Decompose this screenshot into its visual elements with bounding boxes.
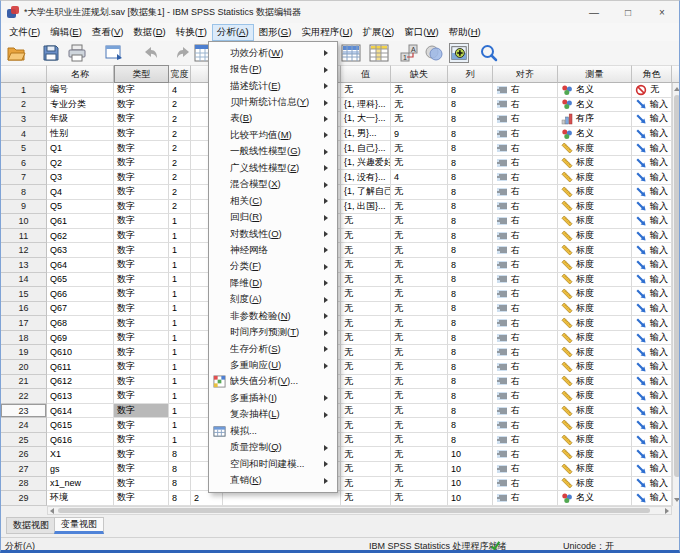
cell-measure[interactable]: 标度	[558, 258, 632, 273]
cell-role[interactable]: 输入	[632, 98, 672, 113]
cell-label[interactable]	[223, 491, 341, 506]
cell-columns[interactable]: 8	[448, 258, 493, 273]
cell-width[interactable]: 2	[169, 156, 191, 171]
cell-type[interactable]: 数字	[114, 316, 169, 331]
cell-role[interactable]: 输入	[632, 200, 672, 215]
header-columns[interactable]: 列	[448, 65, 493, 83]
cell-name[interactable]: Q4	[47, 185, 114, 200]
cell-measure[interactable]: 标度	[558, 273, 632, 288]
cell-width[interactable]: 2	[169, 200, 191, 215]
cell-align[interactable]: 右	[493, 273, 558, 288]
cell-role[interactable]: 输入	[632, 156, 672, 171]
cell-type[interactable]: 数字	[114, 433, 169, 448]
analyze-menu-item[interactable]: 缺失值分析(V)...	[209, 374, 337, 390]
cell-type[interactable]: 数字	[114, 83, 169, 98]
cell-width[interactable]: 8	[169, 462, 191, 477]
cell-name[interactable]: Q68	[47, 316, 114, 331]
cell-width[interactable]: 2	[169, 127, 191, 142]
cell-width[interactable]: 2	[169, 112, 191, 127]
menubar-item[interactable]: 分析(A)	[212, 24, 254, 41]
cell-role[interactable]: 输入	[632, 375, 672, 390]
cell-align[interactable]: 右	[493, 433, 558, 448]
menubar-item[interactable]: 数据(D)	[129, 24, 171, 41]
cell-missing[interactable]: 无	[391, 156, 448, 171]
cell-role[interactable]: 输入	[632, 214, 672, 229]
cell-values[interactable]: 无	[341, 418, 391, 433]
cell-type[interactable]: 数字	[114, 491, 169, 506]
cell-columns[interactable]: 8	[448, 98, 493, 113]
cell-align[interactable]: 右	[493, 375, 558, 390]
row-number[interactable]: 10	[1, 214, 47, 229]
cell-missing[interactable]: 无	[391, 229, 448, 244]
recall-dialogs-icon[interactable]	[104, 43, 124, 63]
cell-width[interactable]: 1	[169, 433, 191, 448]
analyze-menu-item[interactable]: 相关(C)	[209, 193, 337, 209]
cell-values[interactable]: {1, 出国}...	[341, 200, 391, 215]
cell-role[interactable]: 输入	[632, 360, 672, 375]
cell-measure[interactable]: 标度	[558, 170, 632, 185]
analyze-menu-item[interactable]: 功效分析(W)	[209, 45, 337, 61]
show-all-variables-icon[interactable]	[449, 43, 469, 63]
cell-name[interactable]: Q615	[47, 418, 114, 433]
cell-role[interactable]: 输入	[632, 185, 672, 200]
cell-values[interactable]: 无	[341, 258, 391, 273]
cell-type[interactable]: 数字	[114, 258, 169, 273]
cell-type[interactable]: 数字	[114, 170, 169, 185]
cell-values[interactable]: 无	[341, 214, 391, 229]
corner-header[interactable]	[1, 65, 47, 83]
analyze-menu-item[interactable]: 对数线性(O)	[209, 226, 337, 242]
cell-type[interactable]: 数字	[114, 141, 169, 156]
cell-values[interactable]: 无	[341, 462, 391, 477]
value-labels-icon[interactable]: 1A	[399, 43, 419, 63]
cell-type[interactable]: 数字	[114, 331, 169, 346]
analyze-menu-item[interactable]: 报告(P)	[209, 61, 337, 77]
cell-missing[interactable]: 无	[391, 404, 448, 419]
cell-measure[interactable]: 名义	[558, 127, 632, 142]
menubar-item[interactable]: 实用程序(U)	[296, 24, 357, 41]
cell-align[interactable]: 右	[493, 127, 558, 142]
analyze-menu-item[interactable]: 非参数检验(N)	[209, 308, 337, 324]
cell-values[interactable]: 无	[341, 229, 391, 244]
cell-measure[interactable]: 标度	[558, 200, 632, 215]
cell-columns[interactable]: 8	[448, 287, 493, 302]
cell-columns[interactable]: 8	[448, 83, 493, 98]
cell-type[interactable]: 数字	[114, 127, 169, 142]
row-number[interactable]: 23	[1, 404, 47, 419]
cell-role[interactable]: 无	[632, 83, 672, 98]
cell-values[interactable]: {1, 理科}...	[341, 98, 391, 113]
cell-missing[interactable]: 无	[391, 141, 448, 156]
cell-name[interactable]: Q611	[47, 360, 114, 375]
cell-missing[interactable]: 9	[391, 127, 448, 142]
header-measure[interactable]: 测量	[558, 65, 632, 83]
cell-columns[interactable]: 8	[448, 185, 493, 200]
row-number[interactable]: 11	[1, 229, 47, 244]
cell-width[interactable]: 1	[169, 360, 191, 375]
analyze-menu-item[interactable]: 模拟...	[209, 423, 337, 439]
analyze-menu-item[interactable]: 分类(F)	[209, 259, 337, 275]
cell-values[interactable]: 无	[341, 302, 391, 317]
cell-width[interactable]: 1	[169, 258, 191, 273]
cell-type[interactable]: 数字	[114, 214, 169, 229]
menubar-item[interactable]: 图形(G)	[254, 24, 297, 41]
cell-name[interactable]: Q3	[47, 170, 114, 185]
scroll-left-arrow-icon[interactable]	[50, 508, 54, 514]
cell-columns[interactable]: 8	[448, 156, 493, 171]
horizontal-scroll-thumb[interactable]	[58, 508, 650, 513]
row-number[interactable]: 6	[1, 156, 47, 171]
cell-type[interactable]: 数字	[114, 302, 169, 317]
cell-columns[interactable]: 8	[448, 345, 493, 360]
menubar-item[interactable]: 转换(T)	[171, 24, 212, 41]
cell-values[interactable]: 无	[341, 360, 391, 375]
cell-missing[interactable]: 无	[391, 243, 448, 258]
cell-width[interactable]: 8	[169, 447, 191, 462]
cell-align[interactable]: 右	[493, 287, 558, 302]
cell-measure[interactable]: 标度	[558, 360, 632, 375]
header-width[interactable]: 宽度	[169, 65, 191, 83]
row-number[interactable]: 9	[1, 200, 47, 215]
undo-icon[interactable]	[141, 43, 161, 63]
cell-values[interactable]: 无	[341, 316, 391, 331]
analyze-menu-item[interactable]: 混合模型(X)	[209, 177, 337, 193]
cell-values[interactable]: 无	[341, 345, 391, 360]
cell-measure[interactable]: 标度	[558, 404, 632, 419]
cell-columns[interactable]: 8	[448, 112, 493, 127]
